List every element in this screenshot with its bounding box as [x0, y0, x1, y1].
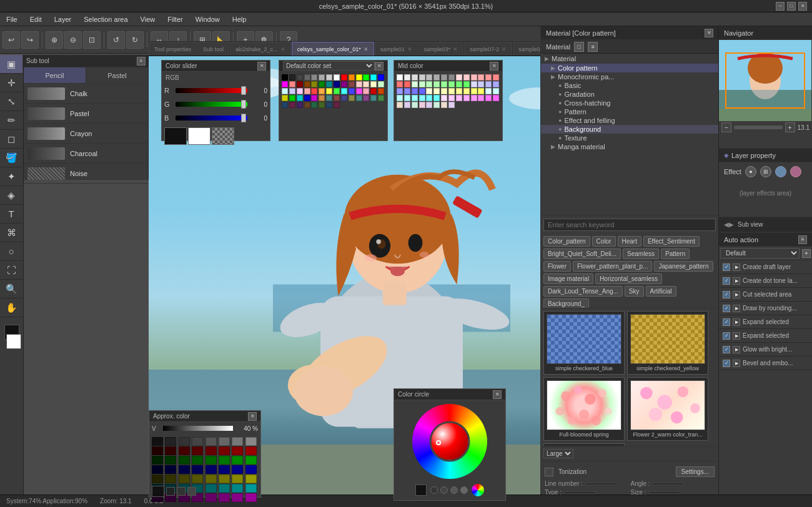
tree-basic[interactable]: ● Basic [541, 81, 718, 90]
mid-color-swatch[interactable] [433, 88, 440, 94]
approx-color-swatch[interactable] [245, 465, 257, 474]
mid-color-swatch[interactable] [412, 81, 418, 87]
approx-fg-swatch[interactable] [152, 486, 164, 497]
color-swatch[interactable] [282, 95, 288, 101]
nav-zoom-out-btn[interactable]: − [721, 122, 731, 132]
mid-color-swatch[interactable] [419, 102, 425, 108]
red-slider[interactable] [176, 88, 247, 93]
cc-dot3[interactable] [450, 486, 458, 494]
approx-color-swatch[interactable] [165, 446, 176, 455]
approx-color-swatch[interactable] [152, 437, 163, 446]
brush-noise[interactable]: Noise [24, 164, 148, 184]
thumb-checked-yellow[interactable]: simple checkered_yellow [627, 311, 708, 375]
color-swatch[interactable] [334, 102, 340, 108]
tag-image-material[interactable]: Image material [543, 273, 593, 284]
approx-color-swatch[interactable] [205, 465, 217, 474]
color-swatch[interactable] [297, 95, 303, 101]
color-swatch[interactable] [311, 81, 317, 87]
approx-color-swatch[interactable] [232, 475, 243, 483]
mid-color-swatch[interactable] [441, 88, 447, 94]
action-cb-3[interactable]: ✓ [723, 305, 730, 312]
tool-pen[interactable]: ✏ [0, 111, 22, 130]
tool-eyedropper[interactable]: ✦ [0, 167, 22, 186]
color-swatch[interactable] [319, 102, 325, 108]
fg-swatch[interactable] [164, 127, 187, 145]
tab-close-s3[interactable]: ✕ [453, 46, 458, 52]
mid-color-swatch[interactable] [433, 95, 440, 101]
tool-select-color[interactable]: ◈ [0, 186, 22, 205]
action-glow-bright[interactable]: ✓ ▶ Glow with bright... [719, 343, 812, 357]
tag-seamless[interactable]: Seamless [623, 249, 659, 259]
color-swatch[interactable] [334, 95, 340, 101]
approx-color-swatch[interactable] [219, 465, 230, 474]
color-swatch[interactable] [304, 74, 310, 81]
approx-color-swatch[interactable] [219, 493, 230, 502]
color-swatch[interactable] [326, 81, 332, 87]
color-swatch[interactable] [363, 81, 369, 87]
tag-bright[interactable]: Bright_Quiet_Soft_Deli... [543, 249, 621, 259]
approx-color-swatch[interactable] [205, 456, 217, 465]
approx-color-swatch[interactable] [192, 446, 203, 455]
tag-background[interactable]: Background_ [543, 298, 589, 308]
mid-color-swatch[interactable] [493, 74, 499, 81]
brush-panel-menu[interactable]: ≡ [137, 57, 146, 66]
color-swatch[interactable] [304, 88, 310, 94]
color-swatch[interactable] [297, 102, 303, 108]
tool-zoom-in[interactable]: ⊕ [46, 31, 63, 49]
tree-background[interactable]: ● Background [541, 125, 718, 134]
color-swatch[interactable] [334, 88, 340, 94]
close-btn[interactable]: ✕ [798, 2, 807, 11]
color-swatch[interactable] [363, 95, 369, 101]
mid-color-swatch[interactable] [456, 74, 462, 81]
action-cb-6[interactable]: ✓ [723, 346, 730, 353]
mid-color-swatch[interactable] [419, 81, 425, 87]
mid-color-swatch[interactable] [419, 74, 425, 81]
mid-color-swatch[interactable] [419, 95, 425, 101]
mid-color-swatch[interactable] [426, 74, 432, 81]
approx-color-swatch[interactable] [232, 465, 243, 474]
action-cb-1[interactable]: ✓ [723, 277, 730, 285]
color-swatch[interactable] [334, 81, 340, 87]
color-swatch[interactable] [370, 95, 377, 101]
menu-help[interactable]: Help [226, 12, 253, 26]
action-cb-5[interactable]: ✓ [723, 332, 730, 340]
approx-color-swatch[interactable] [219, 456, 230, 465]
action-cb-2[interactable]: ✓ [723, 291, 730, 298]
brush-pastel[interactable]: Pastel [24, 104, 148, 124]
approx-color-swatch[interactable] [152, 456, 163, 465]
auto-action-menu[interactable]: ≡ [798, 235, 807, 244]
approx-color-swatch[interactable] [205, 437, 217, 446]
tool-eraser[interactable]: ◻ [0, 130, 22, 149]
tab-sub-tool[interactable]: Sub tool [197, 42, 229, 56]
tab-close-s7[interactable]: ✕ [502, 46, 507, 52]
mid-color-swatch[interactable] [426, 102, 432, 108]
mid-color-swatch[interactable] [485, 74, 492, 81]
material-header-icon1[interactable]: □ [574, 42, 584, 52]
tool-selection[interactable]: ▣ [0, 55, 22, 74]
menu-window[interactable]: Window [189, 12, 226, 26]
approx-color-swatch[interactable] [205, 484, 217, 493]
approx-color-swatch[interactable] [245, 493, 257, 502]
color-swatch[interactable] [356, 95, 362, 101]
approx-color-swatch[interactable] [245, 456, 257, 465]
color-swatch[interactable] [341, 74, 347, 81]
maximize-btn[interactable]: □ [787, 2, 796, 11]
tab-sample01[interactable]: sample01 ✕ [375, 42, 418, 56]
tool-rotate-right[interactable]: ↻ [126, 31, 144, 49]
menu-edit[interactable]: Edit [24, 12, 48, 26]
tool-crop[interactable]: ⛶ [0, 261, 22, 280]
tree-texture[interactable]: ● Texture [541, 134, 718, 142]
menu-selection[interactable]: Selection area [77, 12, 134, 26]
transparent-swatch[interactable] [212, 127, 234, 145]
tonization-settings-btn[interactable]: Settings... [676, 466, 715, 477]
tag-dark[interactable]: Dark_Loud_Tense_Ang... [543, 286, 623, 297]
effect-circle-btn[interactable]: ● [745, 166, 756, 177]
tab-close-s1[interactable]: ✕ [407, 46, 412, 52]
mid-color-swatch[interactable] [485, 95, 492, 101]
color-swatch[interactable] [297, 88, 303, 94]
color-swatch[interactable] [319, 81, 325, 87]
mid-color-swatch[interactable] [441, 74, 447, 81]
mid-color-swatch[interactable] [433, 81, 440, 87]
mid-color-swatch[interactable] [448, 74, 455, 81]
mid-color-swatch[interactable] [441, 102, 447, 108]
